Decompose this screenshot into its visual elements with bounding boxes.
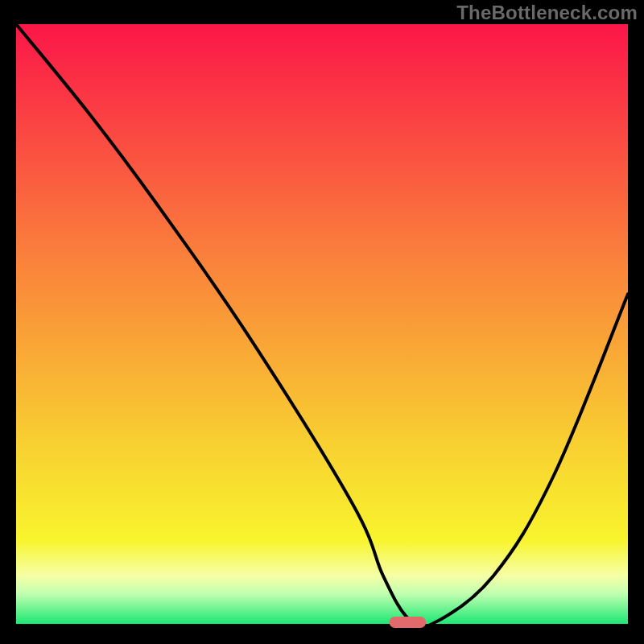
plot-area: [16, 24, 628, 624]
watermark-text: TheBottleneck.com: [456, 2, 638, 24]
bottleneck-chart: [0, 0, 644, 644]
chart-container: TheBottleneck.com: [0, 0, 644, 644]
optimal-marker: [390, 617, 427, 628]
